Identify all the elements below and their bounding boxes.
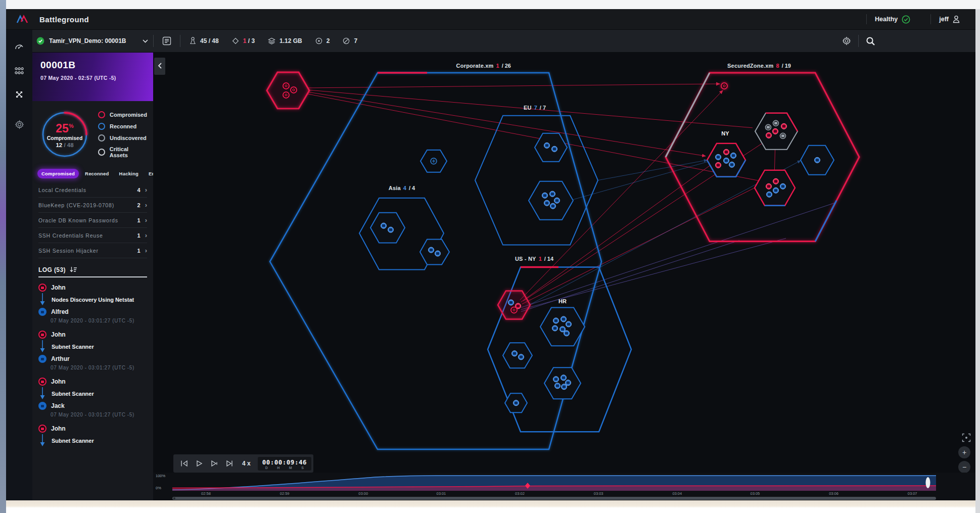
arrow-down-icon [39, 434, 46, 448]
group-hexagon-asia[interactable] [359, 198, 449, 270]
stat-milestones: 2 [315, 37, 330, 44]
zoom-out-button[interactable]: − [958, 461, 970, 473]
chevron-right-icon: › [145, 186, 147, 194]
skip-to-start-button[interactable] [176, 456, 192, 471]
skip-to-end-button[interactable] [222, 456, 237, 471]
legend-item-compromised[interactable]: Compromised [98, 111, 147, 118]
technique-row[interactable]: BlueKeep (CVE-2019-0708)2› [38, 198, 147, 213]
technique-row[interactable]: SSH Credentials Reuse1› [38, 228, 147, 243]
arrow-down-icon [39, 293, 46, 307]
tab-reconned[interactable]: Reconned [81, 169, 113, 178]
log-entry[interactable]: John Nodes Discovery Using Netstat Alfre… [32, 278, 153, 325]
compromised-donut-chart: 25% Compromised 12 / 48 [38, 108, 91, 161]
node-cluster[interactable] [544, 367, 581, 399]
timeline-ticks: 02:58 02:59 03:00 03:01 03:02 03:03 03:0… [172, 491, 936, 496]
left-icon-rail [6, 30, 32, 500]
node-cluster-hr[interactable] [540, 307, 585, 346]
node-cluster-plus[interactable] [421, 150, 447, 172]
target-icon [315, 37, 322, 44]
desktop-edge-right [975, 9, 980, 513]
compromised-node[interactable] [721, 83, 727, 89]
legend-item-critical-assets[interactable]: Critical Assets [98, 146, 147, 158]
reconned-node-icon [38, 355, 46, 363]
node-cluster[interactable] [370, 213, 405, 243]
technique-row[interactable]: Local Credentials4› [38, 182, 147, 198]
play-button[interactable] [192, 456, 207, 471]
gauge-icon[interactable] [14, 42, 24, 52]
chevron-right-icon: › [145, 231, 147, 239]
node-cluster-compromised[interactable] [498, 291, 530, 319]
node-cluster[interactable] [535, 133, 567, 162]
tab-hacking[interactable]: Hacking [115, 169, 143, 178]
timeline-area-chart[interactable] [172, 475, 936, 491]
playback-controls: 4 x 00:00:09:46 DHMS [173, 454, 313, 473]
top-bar: Battleground Healthy jeff [6, 9, 975, 30]
network-map [153, 53, 975, 500]
node-cluster[interactable] [420, 240, 449, 265]
chevron-right-icon: › [145, 247, 147, 254]
search-icon[interactable] [866, 36, 875, 46]
node-cluster[interactable] [505, 393, 527, 412]
chevron-right-icon: › [145, 216, 147, 224]
stat-blocked: 7 [343, 37, 357, 44]
user-menu[interactable]: jeff [930, 14, 960, 24]
timeline-playhead-handle[interactable] [925, 477, 930, 488]
compromised-node-icon [38, 378, 46, 386]
tab-compromised[interactable]: Compromised [37, 169, 79, 178]
group-label-usny: US - NY1/ 14 [504, 256, 565, 262]
legend-item-undiscovered[interactable]: Undiscovered [98, 134, 147, 142]
attacker-hexagon[interactable] [267, 72, 309, 109]
technique-row[interactable]: SSH Session Hijacker1› [38, 243, 147, 258]
pawn-icon [190, 37, 196, 45]
group-label-eu: EU7/ 7 [504, 105, 565, 111]
compromised-node-icon [38, 425, 46, 433]
log-entry[interactable]: John Subnet Scanner [32, 419, 153, 450]
technique-row[interactable]: Oracle DB Known Passwords1› [38, 213, 147, 228]
chevron-down-icon [143, 39, 148, 43]
group-label-ny: NY [705, 130, 745, 136]
battleground-map-canvas[interactable]: Corporate.xm1/ 26 SecuredZone.xm8/ 19 EU… [153, 53, 975, 500]
scenario-dropdown[interactable]: Tamir_VPN_Demo: 00001B [32, 30, 153, 52]
fit-to-screen-button[interactable] [959, 433, 970, 444]
scenario-stats: 45 / 48 1 / 3 1.12 GB 2 [190, 37, 357, 45]
legend-item-reconned[interactable]: Reconned [98, 123, 147, 130]
chevron-right-icon: › [145, 201, 147, 209]
group-hexagon-usny[interactable] [488, 267, 631, 432]
desktop-edge-bottom [6, 500, 975, 513]
compromised-node-icon [38, 331, 46, 339]
page-title: Battleground [39, 15, 89, 24]
settings-icon[interactable] [14, 119, 24, 129]
username-label: jeff [939, 16, 949, 23]
group-hexagon-securedzone[interactable] [666, 73, 859, 242]
node-cluster[interactable] [801, 146, 834, 175]
timeline-y-min: 0% [156, 486, 161, 490]
health-status-badge: Healthy [866, 14, 910, 24]
toolbar-settings-icon[interactable] [842, 36, 851, 45]
map-view-controls: + − [958, 433, 970, 473]
sort-descending-icon[interactable] [70, 267, 77, 273]
apps-grid-icon[interactable] [14, 66, 24, 76]
map-legend: Compromised Reconned Undiscovered Critic… [98, 111, 147, 158]
playback-speed[interactable]: 4 x [237, 460, 256, 467]
compromised-donut-section: 25% Compromised 12 / 48 Compromised Reco… [32, 101, 153, 166]
group-label-corporate: Corporate.xm1/ 26 [401, 63, 511, 69]
timeline-panel: 100% 0% [153, 473, 975, 500]
log-entry[interactable]: John Subnet Scanner Arthur 07 May 2020 -… [32, 325, 153, 372]
tab-environment[interactable]: Environment [145, 169, 153, 178]
timeline-scrollbar[interactable] [172, 497, 936, 500]
log-entry[interactable]: John Subnet Scanner Jack 07 May 2020 - 0… [32, 372, 153, 419]
stat-data: 1.12 GB [268, 37, 302, 44]
scenario-status-icon [36, 37, 44, 45]
group-hexagon-eu[interactable] [475, 116, 598, 245]
node-cluster[interactable] [503, 343, 532, 368]
collapse-panel-button[interactable] [154, 58, 165, 75]
log-title: LOG (53) [38, 266, 66, 273]
diamond-icon [232, 37, 239, 44]
log-list: John Nodes Discovery Using Netstat Alfre… [32, 278, 153, 450]
battleground-icon[interactable] [14, 89, 24, 100]
zoom-in-button[interactable]: + [958, 446, 970, 458]
node-cluster[interactable] [529, 181, 573, 220]
step-forward-button[interactable] [207, 456, 222, 471]
node-cluster-compromised[interactable] [755, 170, 795, 206]
report-icon[interactable] [154, 36, 180, 45]
